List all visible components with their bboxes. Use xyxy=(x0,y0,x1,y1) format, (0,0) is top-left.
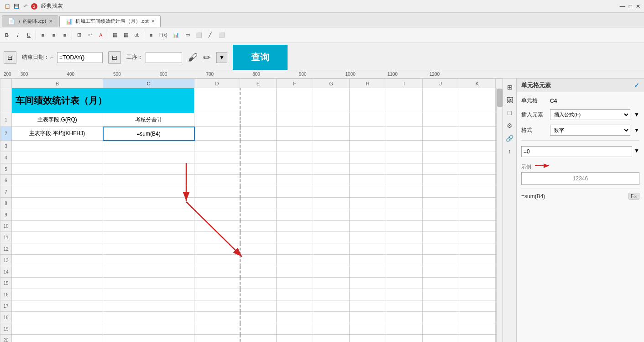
cell-E14[interactable] xyxy=(240,266,277,278)
cell-F17[interactable] xyxy=(277,300,313,312)
cell-H13[interactable] xyxy=(350,255,386,266)
cell-C12[interactable] xyxy=(103,243,194,255)
cell-E11[interactable] xyxy=(240,232,277,243)
chart-button[interactable]: 📊 xyxy=(171,30,182,41)
cell-I4[interactable] xyxy=(386,152,423,163)
col-header-B[interactable]: B xyxy=(12,79,103,88)
cell-K6[interactable] xyxy=(459,175,496,186)
cell-I5[interactable] xyxy=(386,163,423,175)
cell-J14[interactable] xyxy=(423,266,459,278)
cell-H-title[interactable] xyxy=(350,88,386,113)
col-header-E[interactable]: E xyxy=(240,79,277,88)
cell-K1[interactable] xyxy=(459,113,496,127)
cell-C3[interactable] xyxy=(103,141,194,152)
cell-G20[interactable] xyxy=(313,335,350,342)
cell-K20[interactable] xyxy=(459,335,496,342)
cell-I1[interactable] xyxy=(386,113,423,127)
cell-F3[interactable] xyxy=(277,141,313,152)
cell-D13[interactable] xyxy=(194,255,240,266)
right-icon-square[interactable]: □ xyxy=(505,108,515,118)
font-color-button[interactable]: A xyxy=(96,30,106,41)
cell-H16[interactable] xyxy=(350,289,386,300)
calc-icon-left[interactable]: ⊟ xyxy=(4,51,16,64)
cell-F20[interactable] xyxy=(277,335,313,342)
cell-G-title[interactable] xyxy=(313,88,350,113)
cell-J12[interactable] xyxy=(423,243,459,255)
cell-H9[interactable] xyxy=(350,209,386,221)
cell-F8[interactable] xyxy=(277,198,313,209)
format-dropdown-icon[interactable]: ▼ xyxy=(634,127,639,133)
cell-E13[interactable] xyxy=(240,255,277,266)
border-button[interactable]: ⊞ xyxy=(74,30,84,41)
cell-F18[interactable] xyxy=(277,312,313,323)
cell-E1[interactable] xyxy=(240,113,277,127)
sheet-title-cell[interactable]: 车间绩效统计表（月） xyxy=(12,88,194,113)
cell-J6[interactable] xyxy=(423,175,459,186)
right-icon-settings[interactable]: ⚙ xyxy=(505,121,515,131)
cell-K16[interactable] xyxy=(459,289,496,300)
cell-E7[interactable] xyxy=(240,186,277,198)
cell-D2[interactable] xyxy=(194,127,240,141)
cell-J16[interactable] xyxy=(423,289,459,300)
cell-H14[interactable] xyxy=(350,266,386,278)
right-icon-link[interactable]: 🔗 xyxy=(505,133,515,143)
cell-G15[interactable] xyxy=(313,278,350,289)
cell-F19[interactable] xyxy=(277,323,313,335)
cell-J-title[interactable] xyxy=(423,88,459,113)
cell-D3[interactable] xyxy=(194,141,240,152)
right-icon-grid[interactable]: ⊞ xyxy=(505,82,515,92)
cell-B19[interactable] xyxy=(12,323,103,335)
cell-D9[interactable] xyxy=(194,209,240,221)
cell-G19[interactable] xyxy=(313,323,350,335)
cell-I3[interactable] xyxy=(386,141,423,152)
cell-B17[interactable] xyxy=(12,300,103,312)
panel-fn-badge[interactable]: F₍ₓ₎ xyxy=(628,193,639,200)
cell-F1[interactable] xyxy=(277,113,313,127)
cell-C14[interactable] xyxy=(103,266,194,278)
cell-E16[interactable] xyxy=(240,289,277,300)
cell-I2[interactable] xyxy=(386,127,423,141)
cell-E4[interactable] xyxy=(240,152,277,163)
cell-K7[interactable] xyxy=(459,186,496,198)
panel-format-input[interactable] xyxy=(521,146,632,157)
cell-B9[interactable] xyxy=(12,209,103,221)
cell-H18[interactable] xyxy=(350,312,386,323)
cell-B6[interactable] xyxy=(12,175,103,186)
cell-H20[interactable] xyxy=(350,335,386,342)
cell-G5[interactable] xyxy=(313,163,350,175)
cell-K-title[interactable] xyxy=(459,88,496,113)
align-left-button[interactable]: ≡ xyxy=(38,30,48,41)
cell-E19[interactable] xyxy=(240,323,277,335)
cell-H3[interactable] xyxy=(350,141,386,152)
cell-G16[interactable] xyxy=(313,289,350,300)
cell-D7[interactable] xyxy=(194,186,240,198)
cell-D18[interactable] xyxy=(194,312,240,323)
maximize-btn[interactable]: □ xyxy=(629,3,632,10)
cell-F14[interactable] xyxy=(277,266,313,278)
insert-dropdown-icon[interactable]: ▼ xyxy=(634,111,639,118)
cell-D10[interactable] xyxy=(194,221,240,232)
cell-B10[interactable] xyxy=(12,221,103,232)
cell-B5[interactable] xyxy=(12,163,103,175)
cell-K3[interactable] xyxy=(459,141,496,152)
cell-F7[interactable] xyxy=(277,186,313,198)
cell-D6[interactable] xyxy=(194,175,240,186)
cell-I7[interactable] xyxy=(386,186,423,198)
cell-B18[interactable] xyxy=(12,312,103,323)
cell-B2[interactable]: 主表字段.平均(KHFHJ) xyxy=(12,127,103,141)
right-panel-check-icon[interactable]: ✓ xyxy=(634,82,639,89)
cell-C13[interactable] xyxy=(103,255,194,266)
cell-B12[interactable] xyxy=(12,243,103,255)
cell-C2[interactable]: =sum(B4) xyxy=(103,127,194,141)
cell-J15[interactable] xyxy=(423,278,459,289)
cell-I17[interactable] xyxy=(386,300,423,312)
right-icon-export[interactable]: ↑ xyxy=(505,146,515,156)
shape-button[interactable]: ⬜ xyxy=(194,30,204,41)
cell-G6[interactable] xyxy=(313,175,350,186)
cell-D5[interactable] xyxy=(194,163,240,175)
cell-E8[interactable] xyxy=(240,198,277,209)
toggle-button[interactable]: ▼ xyxy=(216,52,227,63)
col-header-H[interactable]: H xyxy=(350,79,386,88)
cell-H2[interactable] xyxy=(350,127,386,141)
cell-H8[interactable] xyxy=(350,198,386,209)
